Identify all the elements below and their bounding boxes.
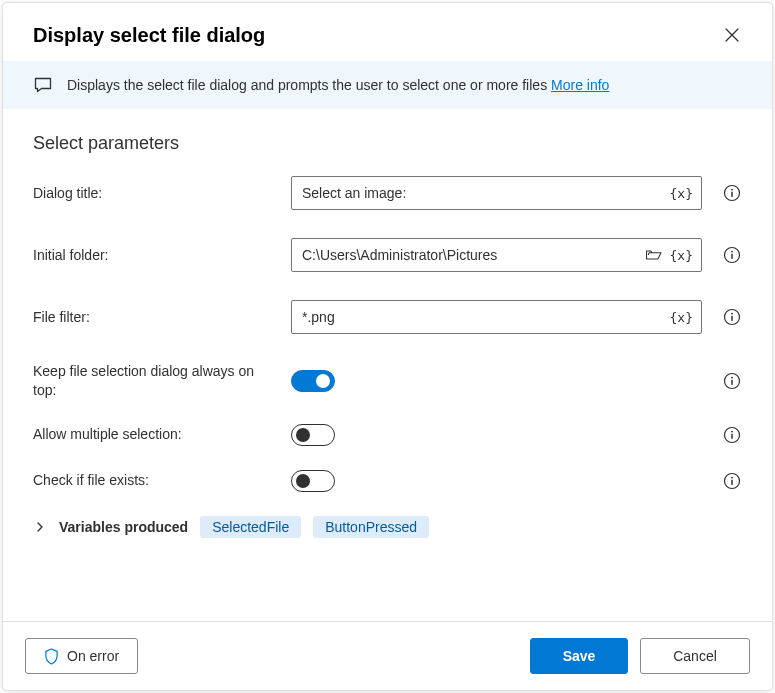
dialog: Display select file dialog Displays the … (2, 2, 773, 691)
toggle-check-exists[interactable] (291, 470, 335, 492)
svg-rect-14 (731, 434, 733, 439)
info-icon (723, 372, 741, 390)
label-initial-folder: Initial folder: (33, 246, 291, 265)
dialog-title-input[interactable] (292, 185, 670, 201)
banner-text: Displays the select file dialog and prom… (67, 77, 609, 93)
help-allow-multiple[interactable] (722, 425, 742, 445)
shield-icon (44, 648, 59, 665)
chat-icon (33, 75, 53, 95)
info-icon (723, 308, 741, 326)
banner-text-content: Displays the select file dialog and prom… (67, 77, 551, 93)
variable-token-icon[interactable]: {x} (670, 248, 693, 263)
info-icon (723, 472, 741, 490)
variables-produced-row: Variables produced SelectedFile ButtonPr… (33, 516, 742, 538)
info-icon (723, 426, 741, 444)
label-always-on-top: Keep file selection dialog always on top… (33, 362, 291, 400)
svg-rect-17 (731, 480, 733, 485)
info-icon (723, 184, 741, 202)
help-initial-folder[interactable] (722, 245, 742, 265)
svg-point-7 (731, 313, 733, 315)
info-icon (723, 246, 741, 264)
svg-point-4 (731, 251, 733, 253)
more-info-link[interactable]: More info (551, 77, 609, 93)
row-file-filter: File filter: {x} (33, 300, 742, 334)
row-allow-multiple: Allow multiple selection: (33, 424, 742, 446)
label-dialog-title: Dialog title: (33, 184, 291, 203)
row-always-on-top: Keep file selection dialog always on top… (33, 362, 742, 400)
svg-point-16 (731, 476, 733, 478)
input-wrap-file-filter: {x} (291, 300, 702, 334)
close-icon (725, 28, 739, 42)
variable-chip-selectedfile[interactable]: SelectedFile (200, 516, 301, 538)
variable-chip-buttonpressed[interactable]: ButtonPressed (313, 516, 429, 538)
section-heading: Select parameters (33, 133, 742, 154)
row-initial-folder: Initial folder: {x} (33, 238, 742, 272)
toggle-always-on-top[interactable] (291, 370, 335, 392)
row-dialog-title: Dialog title: {x} (33, 176, 742, 210)
svg-point-13 (731, 430, 733, 432)
dialog-body: Select parameters Dialog title: {x} Init… (3, 109, 772, 621)
input-wrap-initial-folder: {x} (291, 238, 702, 272)
cancel-label: Cancel (673, 648, 717, 664)
chevron-right-icon (35, 522, 45, 532)
dialog-title: Display select file dialog (33, 24, 265, 47)
cancel-button[interactable]: Cancel (640, 638, 750, 674)
svg-rect-8 (731, 316, 733, 321)
variables-produced-label: Variables produced (59, 519, 188, 535)
help-file-filter[interactable] (722, 307, 742, 327)
label-check-exists: Check if file exists: (33, 471, 291, 490)
svg-point-1 (731, 189, 733, 191)
svg-rect-5 (731, 254, 733, 259)
label-file-filter: File filter: (33, 308, 291, 327)
input-wrap-dialog-title: {x} (291, 176, 702, 210)
variable-token-icon[interactable]: {x} (670, 186, 693, 201)
toggle-allow-multiple[interactable] (291, 424, 335, 446)
variable-token-icon[interactable]: {x} (670, 310, 693, 325)
row-check-exists: Check if file exists: (33, 470, 742, 492)
initial-folder-input[interactable] (292, 247, 644, 263)
dialog-header: Display select file dialog (3, 3, 772, 61)
save-button[interactable]: Save (530, 638, 628, 674)
file-filter-input[interactable] (292, 309, 670, 325)
help-always-on-top[interactable] (722, 371, 742, 391)
help-check-exists[interactable] (722, 471, 742, 491)
on-error-label: On error (67, 648, 119, 664)
browse-folder-button[interactable] (644, 245, 664, 265)
label-allow-multiple: Allow multiple selection: (33, 425, 291, 444)
help-dialog-title[interactable] (722, 183, 742, 203)
close-button[interactable] (718, 21, 746, 49)
save-label: Save (563, 648, 596, 664)
folder-open-icon (645, 248, 663, 262)
svg-rect-11 (731, 380, 733, 385)
variables-expand-button[interactable] (33, 520, 47, 534)
info-banner: Displays the select file dialog and prom… (3, 61, 772, 109)
svg-rect-2 (731, 192, 733, 197)
svg-point-10 (731, 377, 733, 379)
dialog-footer: On error Save Cancel (3, 621, 772, 690)
on-error-button[interactable]: On error (25, 638, 138, 674)
